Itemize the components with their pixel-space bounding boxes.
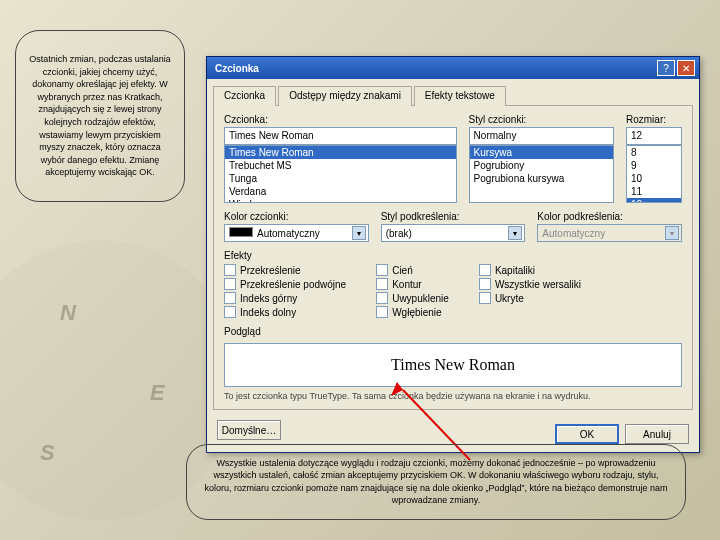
dialog-title: Czcionka [211,63,655,74]
underline-value: (brak) [386,228,412,239]
checkbox-smallcaps[interactable]: Kapitaliki [479,264,581,276]
font-color-value: Automatyczny [257,228,320,239]
checkbox-icon [479,292,491,304]
underline-combo[interactable]: (brak) ▾ [381,224,526,242]
tab-text-effects[interactable]: Efekty tekstowe [414,86,506,106]
chevron-down-icon: ▾ [665,226,679,240]
checkbox-subscript[interactable]: Indeks dolny [224,306,346,318]
list-item[interactable]: Tunga [225,172,456,185]
underline-color-value: Automatyczny [542,228,605,239]
list-item[interactable]: Verdana [225,185,456,198]
checkbox-strike[interactable]: Przekreślenie [224,264,346,276]
truetype-hint: To jest czcionka typu TrueType. Ta sama … [224,391,682,401]
cancel-button[interactable]: Anuluj [625,424,689,444]
checkbox-hidden[interactable]: Ukryte [479,292,581,304]
titlebar[interactable]: Czcionka ? ✕ [207,57,699,79]
list-item[interactable]: 11 [627,185,681,198]
note-bottom: Wszystkie ustalenia dotyczące wyglądu i … [186,444,686,520]
compass-e: E [150,380,165,406]
font-color-combo[interactable]: Automatyczny ▾ [224,224,369,242]
compass-s: S [40,440,55,466]
color-chip [229,227,253,237]
style-input[interactable]: Normalny [469,127,614,145]
checkbox-superscript[interactable]: Indeks górny [224,292,346,304]
chevron-down-icon: ▾ [352,226,366,240]
preview-label: Podgląd [224,326,682,337]
checkbox-icon [376,264,388,276]
checkbox-icon [376,306,388,318]
list-item[interactable]: Winds [225,198,456,203]
list-item[interactable]: Pogrubiony [470,159,613,172]
checkbox-icon [224,264,236,276]
font-input[interactable]: Times New Roman [224,127,457,145]
tab-font[interactable]: Czcionka [213,86,276,106]
close-button[interactable]: ✕ [677,60,695,76]
font-dialog: Czcionka ? ✕ Czcionka Odstępy między zna… [206,56,700,453]
underline-color-combo: Automatyczny ▾ [537,224,682,242]
size-input[interactable]: 12 [626,127,682,145]
checkbox-icon [224,306,236,318]
list-item[interactable]: Pogrubiona kursywa [470,172,613,185]
checkbox-icon [224,278,236,290]
tabs: Czcionka Odstępy między znakami Efekty t… [207,79,699,105]
list-item[interactable]: 12 [627,198,681,203]
effects-group: Przekreślenie Przekreślenie podwójne Ind… [224,264,682,318]
underline-color-label: Kolor podkreślenia: [537,211,682,222]
list-item[interactable]: 8 [627,146,681,159]
style-list[interactable]: Kursywa Pogrubiony Pogrubiona kursywa [469,145,614,203]
size-list[interactable]: 8 9 10 11 12 [626,145,682,203]
list-item[interactable]: 9 [627,159,681,172]
note-left: Ostatnich zmian, podczas ustalania czcio… [15,30,185,202]
font-list[interactable]: Times New Roman Trebuchet MS Tunga Verda… [224,145,457,203]
checkbox-engrave[interactable]: Wgłębienie [376,306,449,318]
font-label: Czcionka: [224,114,457,125]
compass-n: N [60,300,76,326]
checkbox-emboss[interactable]: Uwypuklenie [376,292,449,304]
checkbox-icon [479,264,491,276]
checkbox-icon [376,278,388,290]
checkbox-outline[interactable]: Kontur [376,278,449,290]
effects-label: Efekty [224,250,682,261]
chevron-down-icon: ▾ [508,226,522,240]
list-item[interactable]: Times New Roman [225,146,456,159]
checkbox-icon [376,292,388,304]
list-item[interactable]: Kursywa [470,146,613,159]
checkbox-icon [224,292,236,304]
help-button[interactable]: ? [657,60,675,76]
underline-label: Styl podkreślenia: [381,211,526,222]
checkbox-shadow[interactable]: Cień [376,264,449,276]
tab-panel: Czcionka: Times New Roman Times New Roma… [213,105,693,410]
list-item[interactable]: 10 [627,172,681,185]
preview-box: Times New Roman [224,343,682,387]
font-color-label: Kolor czcionki: [224,211,369,222]
checkbox-icon [479,278,491,290]
checkbox-allcaps[interactable]: Wszystkie wersaliki [479,278,581,290]
ok-button[interactable]: OK [555,424,619,444]
size-label: Rozmiar: [626,114,682,125]
list-item[interactable]: Trebuchet MS [225,159,456,172]
style-label: Styl czcionki: [469,114,614,125]
default-button[interactable]: Domyślne… [217,420,281,440]
checkbox-double-strike[interactable]: Przekreślenie podwójne [224,278,346,290]
tab-spacing[interactable]: Odstępy między znakami [278,86,412,106]
